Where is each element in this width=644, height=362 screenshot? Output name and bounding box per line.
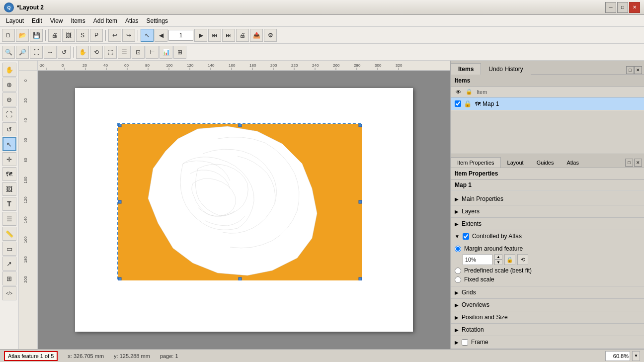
section-overviews-header[interactable]: ▶ Overviews (451, 299, 644, 311)
frame-checkbox[interactable] (462, 339, 468, 346)
zoom-full-tool[interactable]: ⛶ (2, 107, 16, 121)
pan-tool-button[interactable]: ✋ (76, 46, 89, 59)
page-number-input[interactable] (168, 30, 193, 41)
maximize-button[interactable]: □ (617, 2, 628, 13)
print-button[interactable]: 🖨 (48, 29, 61, 42)
items-row-map1[interactable]: 🔒 🗺 Map 1 (451, 97, 644, 110)
save-button[interactable]: 💾 (30, 29, 43, 42)
resize-button[interactable]: ⊡ (132, 46, 145, 59)
canvas-content[interactable] (38, 71, 450, 349)
redo-button[interactable]: ↪ (122, 29, 135, 42)
menu-atlas[interactable]: Atlas (121, 16, 143, 25)
tab-item-properties[interactable]: Item Properties (451, 157, 501, 168)
export-svg-button[interactable]: S (76, 29, 89, 42)
zoom-in-tool[interactable]: ⊕ (2, 78, 16, 91)
panel-close-button[interactable]: ✕ (634, 66, 642, 74)
menu-items[interactable]: Items (67, 16, 89, 25)
add-map-tool[interactable]: 🗺 (2, 167, 16, 181)
prop-content[interactable]: ▶ Main Properties ▶ Layers ▶ Extents (451, 191, 644, 349)
export-pdf-button[interactable]: P (90, 29, 103, 42)
predefined-radio[interactable] (455, 268, 461, 274)
tab-items[interactable]: Items (451, 63, 481, 75)
atlas-next-button[interactable]: ▶ (194, 29, 207, 42)
refresh-button[interactable]: ↺ (58, 46, 71, 59)
atlas-print-button[interactable]: 🖨 (236, 29, 249, 42)
section-grids-header[interactable]: ▶ Grids (451, 286, 644, 298)
align-left-button[interactable]: ⊢ (146, 46, 159, 59)
title-bar-controls[interactable]: ─ □ ✕ (605, 2, 640, 13)
new-layout-button[interactable]: 🗋 (2, 29, 15, 42)
zoom-width-button[interactable]: ↔ (44, 46, 57, 59)
minimize-button[interactable]: ─ (605, 2, 616, 13)
fixed-radio[interactable] (455, 276, 461, 283)
open-button[interactable]: 📂 (16, 29, 29, 42)
panel-float-button[interactable]: □ (626, 66, 634, 74)
row-lock-cell[interactable]: 🔒 (463, 100, 473, 107)
section-atlas-header[interactable]: ▼ Controlled by Atlas (451, 230, 644, 242)
add-arrow-tool[interactable]: ↗ (2, 257, 16, 271)
select-tool-button[interactable]: ↖ (141, 29, 154, 42)
zoom-control[interactable]: ▼ (605, 351, 640, 361)
add-legend-tool[interactable]: ☰ (2, 212, 16, 226)
map-frame[interactable] (117, 123, 361, 279)
menu-view[interactable]: View (46, 16, 67, 25)
pan-tool[interactable]: ✋ (2, 63, 16, 77)
atlas-first-button[interactable]: ⏮ (208, 29, 221, 42)
menu-settings[interactable]: Settings (143, 16, 172, 25)
select-tool[interactable]: ↖ (2, 137, 16, 151)
controlled-by-atlas-checkbox[interactable] (463, 233, 469, 240)
row-visible-checkbox[interactable] (453, 100, 463, 107)
select-all-button[interactable]: ☰ (118, 46, 131, 59)
margin-radio[interactable] (455, 246, 461, 252)
pan-content-button[interactable]: ⟲ (90, 46, 103, 59)
atlas-settings-button[interactable]: ⚙ (264, 29, 277, 42)
atlas-export-button[interactable]: 📤 (250, 29, 263, 42)
zoom-in-button[interactable]: 🔍 (2, 46, 15, 59)
add-table-tool[interactable]: ⊞ (2, 272, 16, 285)
add-label-tool[interactable]: T (2, 197, 16, 211)
margin-lock-button[interactable]: 🔒 (504, 254, 515, 265)
section-layers-header[interactable]: ▶ Layers (451, 205, 644, 217)
svg-text:200: 200 (270, 63, 277, 68)
move-content-tool[interactable]: ✛ (2, 152, 16, 166)
zoom-out-button[interactable]: 🔎 (16, 46, 29, 59)
prop-float-button[interactable]: □ (625, 159, 633, 167)
tab-undo-history[interactable]: Undo History (481, 63, 530, 75)
margin-extra-button[interactable]: ⟲ (517, 254, 528, 265)
atlas-prev-button[interactable]: ◀ (155, 29, 167, 42)
section-rotation-header[interactable]: ▶ Rotation (451, 324, 644, 336)
svg-text:0: 0 (23, 79, 28, 82)
add-shape-tool[interactable]: ▭ (2, 242, 16, 256)
canvas-area[interactable]: -20 0 20 40 60 80 100 120 140 160 (19, 61, 450, 349)
bar-chart-button[interactable]: 📊 (160, 46, 172, 59)
zoom-input[interactable] (605, 351, 630, 361)
add-image-tool[interactable]: 🖼 (2, 182, 16, 196)
tab-atlas-prop[interactable]: Atlas (560, 157, 585, 168)
visible-checkbox[interactable] (455, 100, 461, 107)
add-html-tool[interactable]: </> (2, 286, 16, 300)
tab-layout[interactable]: Layout (501, 157, 530, 168)
tab-guides[interactable]: Guides (530, 157, 561, 168)
undo-button[interactable]: ↩ (108, 29, 121, 42)
section-main-properties-header[interactable]: ▶ Main Properties (451, 193, 644, 205)
zoom-full-button[interactable]: ⛶ (30, 46, 43, 59)
refresh-tool[interactable]: ↺ (2, 122, 16, 136)
add-scalebar-tool[interactable]: 📏 (2, 227, 16, 241)
menu-add-item[interactable]: Add Item (89, 16, 121, 25)
group-button[interactable]: ⊞ (173, 46, 186, 59)
margin-spin-down[interactable]: ▼ (494, 260, 502, 265)
section-position-size-header[interactable]: ▶ Position and Size (451, 311, 644, 323)
menu-layout[interactable]: Layout (2, 16, 28, 25)
section-frame-header[interactable]: ▶ Frame (451, 336, 644, 348)
menu-edit[interactable]: Edit (28, 16, 46, 25)
close-button[interactable]: ✕ (629, 2, 640, 13)
export-image-button[interactable]: 🖼 (62, 29, 75, 42)
zoom-selection-button[interactable]: ⬚ (104, 46, 117, 59)
zoom-out-tool[interactable]: ⊖ (2, 92, 16, 106)
margin-spin-up[interactable]: ▲ (494, 254, 502, 260)
section-extents-header[interactable]: ▶ Extents (451, 218, 644, 230)
zoom-dropdown[interactable]: ▼ (632, 351, 640, 361)
margin-value-input[interactable] (463, 254, 492, 265)
prop-close-button[interactable]: ✕ (634, 159, 642, 167)
atlas-last-button[interactable]: ⏭ (222, 29, 235, 42)
